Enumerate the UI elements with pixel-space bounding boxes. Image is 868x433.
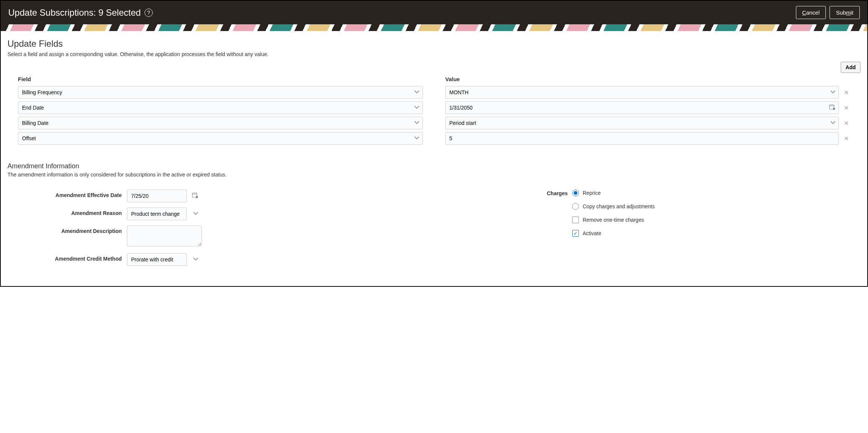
checkbox-icon: ✓ [572, 230, 579, 237]
chevron-down-icon [193, 256, 198, 263]
activate-option[interactable]: ✓ Activate [572, 230, 655, 237]
remove-onetime-option[interactable]: Remove one-time charges [572, 216, 655, 223]
add-button[interactable]: Add [841, 62, 861, 73]
value-select-0[interactable]: MONTH [445, 86, 839, 99]
radio-icon [572, 203, 579, 210]
effective-date-input[interactable] [127, 190, 187, 202]
update-fields-desc: Select a field and assign a correspondin… [7, 51, 861, 57]
description-label: Amendment Description [7, 225, 127, 234]
amendment-left-column: Amendment Effective Date Amendment Reaso… [7, 190, 427, 271]
remove-onetime-label: Remove one-time charges [583, 217, 644, 223]
value-column-header: Value [445, 76, 850, 86]
radio-icon [572, 190, 579, 196]
title-text: Update Subscriptions: 9 Selected [8, 7, 141, 18]
field-select-3[interactable]: Offset [18, 132, 423, 145]
credit-method-select[interactable]: Prorate with credit [127, 253, 187, 266]
charges-label: Charges [441, 190, 572, 271]
remove-row-icon[interactable]: × [843, 104, 850, 112]
cancel-button[interactable]: Cancel [796, 6, 826, 19]
description-textarea[interactable] [127, 225, 202, 246]
update-fields-title: Update Fields [7, 39, 861, 49]
value-input-3[interactable] [445, 132, 839, 145]
remove-row-icon[interactable]: × [843, 119, 850, 128]
effective-date-label: Amendment Effective Date [7, 190, 127, 198]
dialog-title: Update Subscriptions: 9 Selected ? [8, 7, 153, 18]
field-column-header: Field [18, 76, 423, 86]
charges-reprice-option[interactable]: Reprice [572, 190, 655, 196]
field-select-0[interactable]: Billing Frequency [18, 86, 423, 99]
activate-label: Activate [583, 230, 601, 236]
credit-method-label: Amendment Credit Method [7, 253, 127, 262]
help-icon[interactable]: ? [145, 9, 153, 17]
chevron-down-icon [193, 211, 198, 217]
reason-label: Amendment Reason [7, 208, 127, 216]
checkbox-icon [572, 216, 579, 223]
reason-select[interactable]: Product term change [127, 208, 187, 220]
amendment-title: Amendment Information [7, 162, 861, 170]
amendment-desc: The amendment information is only consid… [7, 172, 861, 178]
calendar-icon[interactable] [192, 192, 198, 200]
charges-block: Charges Reprice Copy charges and adjustm… [441, 190, 861, 271]
reprice-label: Reprice [583, 190, 601, 196]
field-select-2[interactable]: Billing Date [18, 117, 423, 129]
value-select-2[interactable]: Period start [445, 117, 839, 129]
submit-button[interactable]: Submit [830, 6, 860, 19]
svg-point-5 [196, 196, 198, 198]
decorative-stripe [1, 24, 867, 31]
dialog-header: Update Subscriptions: 9 Selected ? Cance… [1, 1, 867, 24]
remove-row-icon[interactable]: × [843, 134, 850, 143]
charges-copy-option[interactable]: Copy charges and adjustments [572, 203, 655, 210]
remove-row-icon[interactable]: × [843, 88, 850, 97]
header-actions: Cancel Submit [796, 6, 860, 19]
value-date-1[interactable] [445, 101, 839, 114]
field-select-1[interactable]: End Date [18, 101, 423, 114]
copy-label: Copy charges and adjustments [583, 203, 655, 209]
svg-rect-3 [192, 193, 197, 197]
